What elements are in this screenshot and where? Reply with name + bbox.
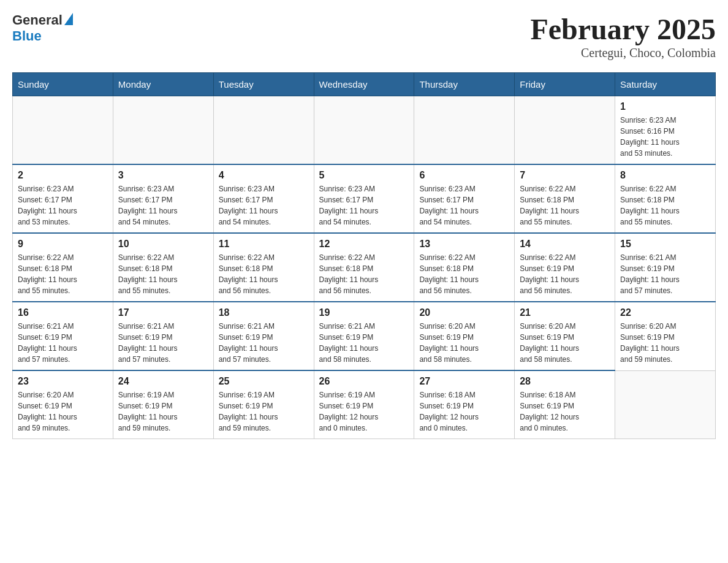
weekday-header-sunday: Sunday (13, 73, 113, 96)
day-number: 28 (520, 376, 610, 387)
day-info: Sunrise: 6:21 AM Sunset: 6:19 PM Dayligh… (319, 321, 409, 365)
day-info: Sunrise: 6:23 AM Sunset: 6:17 PM Dayligh… (118, 183, 208, 228)
day-info: Sunrise: 6:23 AM Sunset: 6:17 PM Dayligh… (219, 183, 309, 228)
day-info: Sunrise: 6:21 AM Sunset: 6:19 PM Dayligh… (18, 321, 108, 365)
logo-blue-text: Blue (12, 28, 42, 44)
day-number: 20 (419, 307, 509, 318)
day-info: Sunrise: 6:23 AM Sunset: 6:17 PM Dayligh… (319, 183, 409, 228)
day-number: 1 (620, 101, 710, 112)
day-number: 24 (118, 376, 208, 387)
calendar-cell: 21Sunrise: 6:20 AM Sunset: 6:19 PM Dayli… (515, 302, 615, 370)
calendar-cell: 6Sunrise: 6:23 AM Sunset: 6:17 PM Daylig… (414, 164, 515, 233)
day-info: Sunrise: 6:20 AM Sunset: 6:19 PM Dayligh… (18, 389, 108, 434)
day-number: 4 (219, 170, 309, 181)
day-number: 9 (18, 239, 108, 250)
calendar-cell: 27Sunrise: 6:18 AM Sunset: 6:19 PM Dayli… (414, 370, 515, 439)
calendar-cell: 8Sunrise: 6:22 AM Sunset: 6:18 PM Daylig… (615, 164, 716, 233)
day-number: 5 (319, 170, 409, 181)
calendar-cell (314, 96, 414, 165)
day-info: Sunrise: 6:21 AM Sunset: 6:19 PM Dayligh… (118, 321, 208, 365)
day-info: Sunrise: 6:19 AM Sunset: 6:19 PM Dayligh… (219, 389, 309, 434)
day-number: 21 (520, 307, 610, 318)
calendar-cell: 25Sunrise: 6:19 AM Sunset: 6:19 PM Dayli… (213, 370, 314, 439)
day-number: 11 (219, 239, 309, 250)
week-row-1: 1Sunrise: 6:23 AM Sunset: 6:16 PM Daylig… (13, 96, 716, 165)
calendar-cell: 3Sunrise: 6:23 AM Sunset: 6:17 PM Daylig… (113, 164, 213, 233)
weekday-header-row: SundayMondayTuesdayWednesdayThursdayFrid… (13, 73, 716, 96)
week-row-2: 2Sunrise: 6:23 AM Sunset: 6:17 PM Daylig… (13, 164, 716, 233)
day-info: Sunrise: 6:22 AM Sunset: 6:19 PM Dayligh… (520, 252, 610, 296)
day-number: 2 (18, 170, 108, 181)
title-section: February 2025 Certegui, Choco, Colombia (530, 12, 716, 60)
week-row-4: 16Sunrise: 6:21 AM Sunset: 6:19 PM Dayli… (13, 302, 716, 370)
day-info: Sunrise: 6:23 AM Sunset: 6:17 PM Dayligh… (419, 183, 509, 228)
weekday-header-friday: Friday (515, 73, 615, 96)
weekday-header-saturday: Saturday (615, 73, 716, 96)
day-number: 23 (18, 376, 108, 387)
calendar-cell: 19Sunrise: 6:21 AM Sunset: 6:19 PM Dayli… (314, 302, 414, 370)
day-info: Sunrise: 6:19 AM Sunset: 6:19 PM Dayligh… (118, 389, 208, 434)
page-header: General Blue February 2025 Certegui, Cho… (12, 12, 716, 60)
day-number: 7 (520, 170, 610, 181)
calendar-cell (615, 370, 716, 439)
day-number: 8 (620, 170, 710, 181)
calendar-cell: 13Sunrise: 6:22 AM Sunset: 6:18 PM Dayli… (414, 233, 515, 302)
day-info: Sunrise: 6:23 AM Sunset: 6:16 PM Dayligh… (620, 115, 710, 159)
calendar-cell (515, 96, 615, 165)
calendar-cell: 1Sunrise: 6:23 AM Sunset: 6:16 PM Daylig… (615, 96, 716, 165)
day-number: 25 (219, 376, 309, 387)
day-info: Sunrise: 6:18 AM Sunset: 6:19 PM Dayligh… (419, 389, 509, 434)
calendar-cell: 26Sunrise: 6:19 AM Sunset: 6:19 PM Dayli… (314, 370, 414, 439)
calendar-cell: 14Sunrise: 6:22 AM Sunset: 6:19 PM Dayli… (515, 233, 615, 302)
calendar-cell: 4Sunrise: 6:23 AM Sunset: 6:17 PM Daylig… (213, 164, 314, 233)
calendar-cell (414, 96, 515, 165)
day-number: 14 (520, 239, 610, 250)
weekday-header-monday: Monday (113, 73, 213, 96)
calendar-cell: 28Sunrise: 6:18 AM Sunset: 6:19 PM Dayli… (515, 370, 615, 439)
calendar-cell: 5Sunrise: 6:23 AM Sunset: 6:17 PM Daylig… (314, 164, 414, 233)
day-number: 18 (219, 307, 309, 318)
calendar-cell: 24Sunrise: 6:19 AM Sunset: 6:19 PM Dayli… (113, 370, 213, 439)
calendar-cell: 11Sunrise: 6:22 AM Sunset: 6:18 PM Dayli… (213, 233, 314, 302)
calendar-cell (113, 96, 213, 165)
calendar-cell: 9Sunrise: 6:22 AM Sunset: 6:18 PM Daylig… (13, 233, 113, 302)
day-info: Sunrise: 6:22 AM Sunset: 6:18 PM Dayligh… (18, 252, 108, 296)
weekday-header-wednesday: Wednesday (314, 73, 414, 96)
day-info: Sunrise: 6:22 AM Sunset: 6:18 PM Dayligh… (319, 252, 409, 296)
day-info: Sunrise: 6:20 AM Sunset: 6:19 PM Dayligh… (620, 321, 710, 365)
day-number: 12 (319, 239, 409, 250)
day-number: 15 (620, 239, 710, 250)
day-info: Sunrise: 6:18 AM Sunset: 6:19 PM Dayligh… (520, 389, 610, 434)
day-number: 26 (319, 376, 409, 387)
week-row-3: 9Sunrise: 6:22 AM Sunset: 6:18 PM Daylig… (13, 233, 716, 302)
day-number: 10 (118, 239, 208, 250)
logo-general-text: General (12, 12, 63, 28)
calendar-cell: 12Sunrise: 6:22 AM Sunset: 6:18 PM Dayli… (314, 233, 414, 302)
calendar-cell: 15Sunrise: 6:21 AM Sunset: 6:19 PM Dayli… (615, 233, 716, 302)
calendar-cell: 23Sunrise: 6:20 AM Sunset: 6:19 PM Dayli… (13, 370, 113, 439)
day-info: Sunrise: 6:22 AM Sunset: 6:18 PM Dayligh… (118, 252, 208, 296)
day-number: 17 (118, 307, 208, 318)
calendar-cell: 22Sunrise: 6:20 AM Sunset: 6:19 PM Dayli… (615, 302, 716, 370)
day-number: 3 (118, 170, 208, 181)
weekday-header-thursday: Thursday (414, 73, 515, 96)
logo-triangle-icon (64, 13, 73, 25)
weekday-header-tuesday: Tuesday (213, 73, 314, 96)
calendar-cell: 7Sunrise: 6:22 AM Sunset: 6:18 PM Daylig… (515, 164, 615, 233)
day-number: 16 (18, 307, 108, 318)
day-info: Sunrise: 6:21 AM Sunset: 6:19 PM Dayligh… (620, 252, 710, 296)
calendar-cell: 2Sunrise: 6:23 AM Sunset: 6:17 PM Daylig… (13, 164, 113, 233)
day-info: Sunrise: 6:20 AM Sunset: 6:19 PM Dayligh… (520, 321, 610, 365)
day-info: Sunrise: 6:22 AM Sunset: 6:18 PM Dayligh… (419, 252, 509, 296)
calendar-table: SundayMondayTuesdayWednesdayThursdayFrid… (12, 72, 716, 439)
day-info: Sunrise: 6:23 AM Sunset: 6:17 PM Dayligh… (18, 183, 108, 228)
day-number: 22 (620, 307, 710, 318)
calendar-subtitle: Certegui, Choco, Colombia (530, 46, 716, 60)
logo: General Blue (12, 12, 73, 44)
day-info: Sunrise: 6:21 AM Sunset: 6:19 PM Dayligh… (219, 321, 309, 365)
calendar-cell: 10Sunrise: 6:22 AM Sunset: 6:18 PM Dayli… (113, 233, 213, 302)
week-row-5: 23Sunrise: 6:20 AM Sunset: 6:19 PM Dayli… (13, 370, 716, 439)
day-number: 19 (319, 307, 409, 318)
calendar-cell: 20Sunrise: 6:20 AM Sunset: 6:19 PM Dayli… (414, 302, 515, 370)
calendar-cell: 18Sunrise: 6:21 AM Sunset: 6:19 PM Dayli… (213, 302, 314, 370)
